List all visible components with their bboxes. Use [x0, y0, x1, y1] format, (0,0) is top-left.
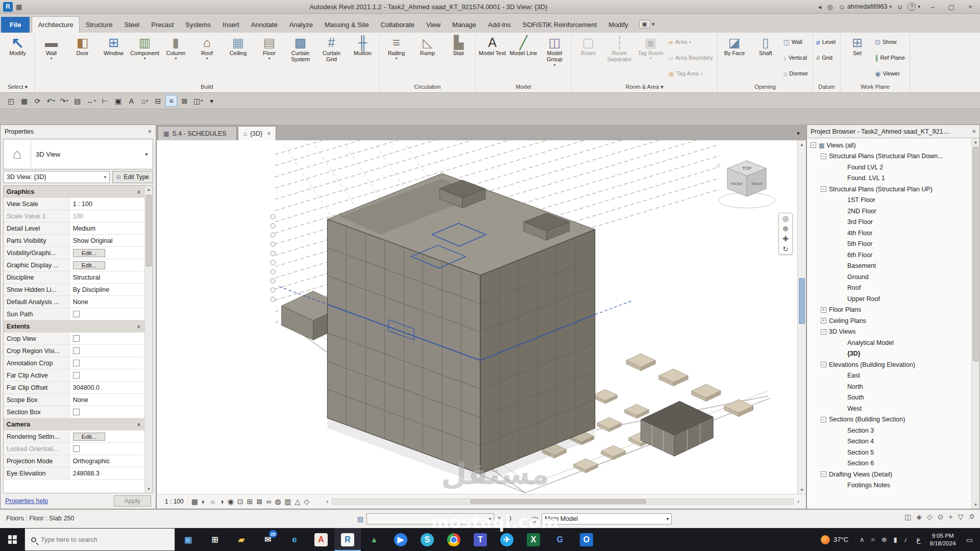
- property-row[interactable]: Eye Elevation 248088.3 248088.3 ∧: [4, 467, 144, 480]
- property-value[interactable]: Edit... Edit...: [70, 433, 144, 441]
- tab-systems[interactable]: Systems: [180, 17, 216, 33]
- property-row[interactable]: Rendering Settin... Edit... Edit... ∧: [4, 431, 144, 443]
- group-collapse-icon[interactable]: ∧: [133, 422, 144, 427]
- tree-expander-icon[interactable]: −: [821, 362, 826, 367]
- scale-button[interactable]: 1 : 100: [161, 497, 188, 506]
- view-selector-combo[interactable]: 3D View: {3D} ▾: [3, 171, 110, 183]
- property-row[interactable]: Parts Visibility Show Original Show Orig…: [4, 235, 144, 247]
- tree-item[interactable]: 4th Floor: [807, 228, 971, 239]
- show-button[interactable]: ⊡ Show ▾: [873, 34, 909, 50]
- property-value[interactable]: Medium Medium: [70, 225, 144, 232]
- scroll-up-icon[interactable]: ▲: [145, 186, 153, 193]
- rendering-icon[interactable]: ◉: [228, 498, 234, 505]
- scroll-down-icon[interactable]: ▼: [798, 486, 806, 494]
- model-group-button[interactable]: ◫ Model Group ▾: [539, 34, 570, 82]
- tree-item[interactable]: Section 4: [807, 436, 971, 447]
- detail-level-icon[interactable]: ▦: [191, 498, 198, 505]
- scrollbar-thumb[interactable]: [973, 147, 978, 361]
- volume-icon[interactable]: ♪: [904, 536, 908, 543]
- property-row[interactable]: Far Clip Active ∧: [4, 369, 144, 382]
- tree-expander-icon[interactable]: +: [821, 318, 826, 323]
- onedrive-icon[interactable]: ≈: [871, 536, 875, 543]
- viewcube-home-icon[interactable]: ⌂: [716, 161, 720, 168]
- component-button[interactable]: ▥ Component ▾: [129, 34, 160, 82]
- level-button[interactable]: ⌀ Level ▾: [814, 34, 839, 50]
- tree-item[interactable]: East: [807, 370, 971, 382]
- scrollbar-thumb[interactable]: [799, 278, 805, 324]
- properties-header[interactable]: Properties ×: [1, 125, 156, 138]
- start-button[interactable]: [0, 528, 24, 551]
- store-app-icon[interactable]: ⊞: [202, 528, 228, 551]
- door-button[interactable]: ◧ Door ▾: [67, 34, 98, 82]
- crop-view-icon[interactable]: ⊡: [237, 498, 243, 505]
- google-app-icon[interactable]: G: [547, 528, 573, 551]
- area-boundary-button[interactable]: ▱ Area Boundary ▾: [666, 50, 716, 66]
- property-row[interactable]: Far Clip Offset 304800.0 304800.0 ∧: [4, 382, 144, 394]
- model-canvas[interactable]: ⌂ TOP FRONT RIGHT ◎: [156, 140, 806, 509]
- property-value[interactable]: [70, 409, 144, 415]
- mail-app-icon[interactable]: ✉ 20: [255, 528, 281, 551]
- panel-title-circulation[interactable]: Circulation: [380, 82, 475, 92]
- property-row[interactable]: Extents ∧: [4, 320, 144, 333]
- area-button[interactable]: ▰ Area ▾: [666, 34, 716, 50]
- model-text-button[interactable]: A Model Text ▾: [477, 34, 508, 82]
- tree-expander-icon[interactable]: −: [821, 154, 826, 159]
- property-row[interactable]: Discipline Structural Structural ∧: [4, 271, 144, 284]
- viewcube[interactable]: ⌂ TOP FRONT RIGHT: [716, 161, 775, 208]
- editable-only-icon[interactable]: ✎: [497, 516, 503, 522]
- wall-button[interactable]: ▬ Wall ▾: [36, 34, 67, 82]
- tab-view[interactable]: View: [421, 17, 446, 33]
- property-value[interactable]: Edit... Edit...: [70, 261, 144, 269]
- tree-item[interactable]: 6th Floor: [807, 249, 971, 261]
- tab-massing-site[interactable]: Massing & Site: [319, 17, 375, 33]
- property-checkbox[interactable]: [73, 445, 80, 452]
- column-button[interactable]: ▮ Column ▾: [160, 34, 191, 82]
- tree-item[interactable]: − 3D Views: [807, 327, 971, 338]
- property-value[interactable]: [70, 311, 144, 317]
- scrollbar-thumb[interactable]: [146, 195, 152, 266]
- project-browser-header[interactable]: Project Browser - Task2_Ahmed saad_KT_92…: [807, 125, 979, 138]
- mullion-button[interactable]: ╫ Mullion ▾: [347, 34, 378, 82]
- aligned-dimension-button[interactable]: ⊢ ▾: [99, 95, 111, 107]
- battery-icon[interactable]: ▮: [894, 536, 897, 543]
- tab-collaborate[interactable]: Collaborate: [375, 17, 421, 33]
- tree-views-all[interactable]: − ▦ Views (all): [807, 140, 971, 151]
- hide-isolate-icon[interactable]: ∞: [266, 498, 271, 505]
- floor-button[interactable]: ▤ Floor ▾: [254, 34, 285, 82]
- scrollbar-track[interactable]: [332, 498, 794, 505]
- tree-item[interactable]: Analytical Model: [807, 337, 971, 348]
- teams-app-icon[interactable]: T: [467, 528, 494, 551]
- help-menu[interactable]: ? ▾: [908, 3, 920, 11]
- property-row[interactable]: Annotation Crop ∧: [4, 357, 144, 369]
- temporary-view-icon[interactable]: ▥: [284, 498, 291, 505]
- tab-architecture[interactable]: Architecture: [32, 16, 79, 33]
- group-collapse-icon[interactable]: ∧: [133, 189, 144, 194]
- tree-item[interactable]: 3rd Floor: [807, 217, 971, 228]
- viewcube-front-label[interactable]: FRONT: [730, 182, 743, 186]
- property-row[interactable]: Default Analysis ... None None ∧: [4, 296, 144, 308]
- file-explorer-icon[interactable]: ▰: [228, 528, 255, 551]
- revit-app-icon[interactable]: R: [334, 528, 361, 551]
- property-value[interactable]: 304800.0 304800.0: [70, 384, 144, 391]
- tab-annotate[interactable]: Annotate: [246, 17, 283, 33]
- property-checkbox[interactable]: [73, 372, 80, 379]
- tab-modify[interactable]: Modify: [603, 17, 633, 33]
- taskbar-clock[interactable]: 9:05 PM 8/18/2024: [925, 532, 961, 547]
- photos-app-icon[interactable]: ▣: [175, 528, 202, 551]
- tree-item[interactable]: − Sections (Building Section): [807, 414, 971, 425]
- ramp-button[interactable]: ◺ Ramp ▾: [412, 34, 443, 82]
- visual-style-icon[interactable]: ◐: [202, 498, 206, 505]
- property-value[interactable]: Edit... Edit...: [70, 249, 144, 257]
- customize-qat-button[interactable]: ▾ ▾: [206, 95, 217, 107]
- tree-expander-icon[interactable]: −: [821, 471, 826, 477]
- project-browser-close-icon[interactable]: ×: [972, 128, 976, 135]
- workspaces-icon[interactable]: ▦: [16, 4, 22, 10]
- text-button[interactable]: A ▾: [126, 95, 137, 107]
- worksharing-display-icon[interactable]: ◫: [904, 513, 911, 520]
- viewer-button[interactable]: ◉ Viewer ▾: [873, 66, 909, 82]
- property-row[interactable]: Graphics ∧: [4, 186, 144, 198]
- scroll-down-icon[interactable]: ▼: [972, 501, 979, 509]
- tab-file[interactable]: File: [1, 17, 30, 33]
- tree-item[interactable]: Section 3: [807, 425, 971, 436]
- property-edit-button[interactable]: Edit...: [73, 261, 105, 269]
